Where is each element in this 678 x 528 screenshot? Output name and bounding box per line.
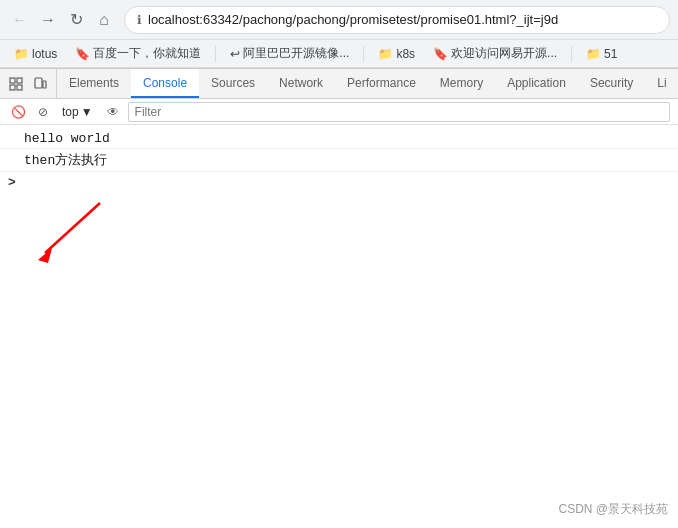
devtools-tabs: Elements Console Sources Network Perform…: [0, 69, 678, 99]
console-line: then方法执行: [0, 149, 678, 172]
address-bar[interactable]: ℹ localhost:63342/pachong/pachong/promis…: [124, 6, 670, 34]
tab-sources[interactable]: Sources: [199, 69, 267, 98]
bookmark-label: 51: [604, 47, 617, 61]
bookmark-label: 欢迎访问网易开源...: [451, 45, 557, 62]
devtools-panel: Elements Console Sources Network Perform…: [0, 68, 678, 358]
back-button[interactable]: ←: [8, 8, 32, 32]
bookmark-netease[interactable]: 🔖 欢迎访问网易开源...: [427, 43, 563, 64]
tab-elements[interactable]: Elements: [57, 69, 131, 98]
console-text-2: then方法执行: [24, 151, 107, 169]
svg-rect-5: [43, 81, 46, 88]
bookmarks-bar: 📁 lotus 🔖 百度一下，你就知道 ↩ 阿里巴巴开源镜像... 📁 k8s …: [0, 40, 678, 68]
baidu-icon: 🔖: [75, 47, 90, 61]
console-prompt[interactable]: >: [0, 172, 678, 193]
tab-security[interactable]: Security: [578, 69, 645, 98]
forward-button[interactable]: →: [36, 8, 60, 32]
red-arrow-icon: [30, 198, 130, 268]
console-line: hello world: [0, 129, 678, 149]
svg-line-6: [45, 203, 100, 253]
clear-console-button[interactable]: 🚫: [8, 104, 29, 120]
home-button[interactable]: ⌂: [92, 8, 116, 32]
svg-rect-1: [17, 78, 22, 83]
bookmark-label: k8s: [396, 47, 415, 61]
watermark: CSDN @景天科技苑: [558, 501, 668, 518]
console-output: hello world then方法执行 >: [0, 125, 678, 358]
tab-li[interactable]: Li: [645, 69, 678, 98]
bookmark-lotus[interactable]: 📁 lotus: [8, 45, 63, 63]
folder-51-icon: 📁: [586, 47, 601, 61]
tab-application-label: Application: [507, 76, 566, 90]
console-toolbar: 🚫 ⊘ top ▼ 👁: [0, 99, 678, 125]
k8s-icon: 📁: [378, 47, 393, 61]
inspect-element-button[interactable]: [6, 75, 26, 93]
main-area: Elements Console Sources Network Perform…: [0, 68, 678, 528]
address-text: localhost:63342/pachong/pachong/promiset…: [148, 12, 558, 27]
context-label: top: [62, 105, 79, 119]
bookmark-baidu[interactable]: 🔖 百度一下，你就知道: [69, 43, 207, 64]
prompt-char: >: [8, 175, 16, 190]
nav-buttons: ← → ↻ ⌂: [8, 8, 116, 32]
devtools-icons: [0, 69, 57, 98]
svg-rect-0: [10, 78, 15, 83]
svg-marker-7: [38, 248, 52, 263]
bookmark-k8s[interactable]: 📁 k8s: [372, 45, 421, 63]
svg-rect-4: [35, 78, 42, 88]
filter-input[interactable]: [128, 102, 670, 122]
tab-performance-label: Performance: [347, 76, 416, 90]
tab-console-label: Console: [143, 76, 187, 90]
tab-network[interactable]: Network: [267, 69, 335, 98]
console-text-1: hello world: [24, 131, 110, 146]
eye-button[interactable]: 👁: [104, 104, 122, 120]
folder-icon: 📁: [14, 47, 29, 61]
tab-network-label: Network: [279, 76, 323, 90]
show-drawer-button[interactable]: ⊘: [35, 104, 51, 120]
refresh-button[interactable]: ↻: [64, 8, 88, 32]
tab-sources-label: Sources: [211, 76, 255, 90]
bookmark-divider: [215, 46, 216, 62]
device-toolbar-button[interactable]: [30, 75, 50, 93]
tab-console[interactable]: Console: [131, 69, 199, 98]
bookmark-divider3: [571, 46, 572, 62]
bookmark-label: lotus: [32, 47, 57, 61]
bookmark-label: 阿里巴巴开源镜像...: [243, 45, 349, 62]
dropdown-arrow: ▼: [81, 105, 93, 119]
tab-security-label: Security: [590, 76, 633, 90]
netease-icon: 🔖: [433, 47, 448, 61]
tab-memory-label: Memory: [440, 76, 483, 90]
arrow-annotation: [0, 193, 678, 273]
bookmark-51[interactable]: 📁 51: [580, 45, 623, 63]
tab-application[interactable]: Application: [495, 69, 578, 98]
browser-toolbar: ← → ↻ ⌂ ℹ localhost:63342/pachong/pachon…: [0, 0, 678, 40]
alibaba-icon: ↩: [230, 47, 240, 61]
tab-li-label: Li: [657, 76, 666, 90]
bookmark-alibaba[interactable]: ↩ 阿里巴巴开源镜像...: [224, 43, 355, 64]
tab-elements-label: Elements: [69, 76, 119, 90]
lock-icon: ℹ: [137, 13, 142, 27]
svg-rect-3: [17, 85, 22, 90]
tab-performance[interactable]: Performance: [335, 69, 428, 98]
bookmark-divider2: [363, 46, 364, 62]
bookmark-label: 百度一下，你就知道: [93, 45, 201, 62]
context-dropdown[interactable]: top ▼: [57, 103, 98, 121]
tab-memory[interactable]: Memory: [428, 69, 495, 98]
svg-rect-2: [10, 85, 15, 90]
